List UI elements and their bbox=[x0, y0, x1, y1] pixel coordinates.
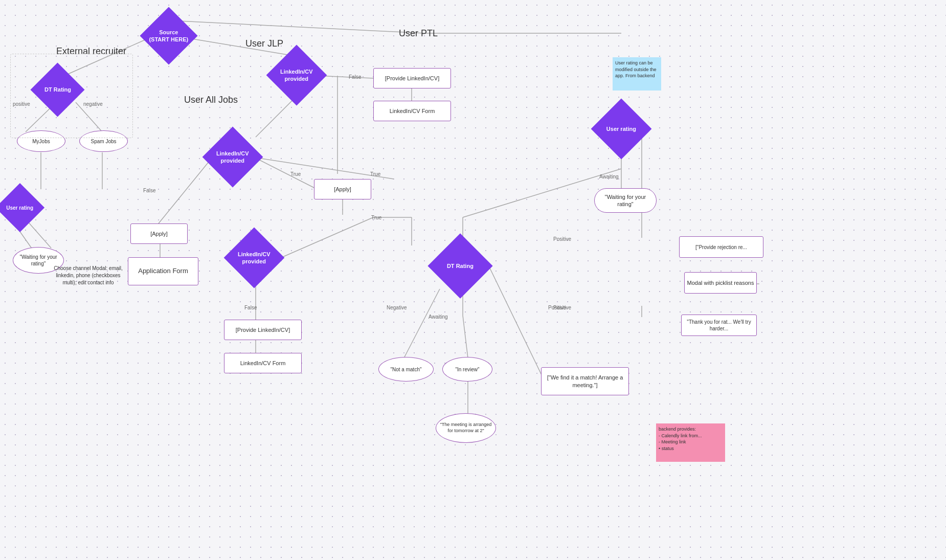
svg-line-16 bbox=[255, 158, 317, 189]
edge-label-negative: negative bbox=[83, 101, 103, 107]
provide-linkedin-bot-box: [Provide LinkedIn/CV] bbox=[224, 320, 302, 340]
edge-label-positive: positive bbox=[13, 101, 30, 107]
dt-rating-mid-diamond[interactable]: DT Rating bbox=[427, 233, 492, 298]
provide-linkedin-top-box: [Provide LinkedIn/CV] bbox=[373, 68, 451, 88]
user-rating-right-diamond[interactable]: User rating bbox=[591, 99, 652, 160]
svg-line-15 bbox=[256, 96, 297, 137]
linkedin-cv-jlp-top-diamond[interactable]: LinkedIn/CVprovided bbox=[266, 45, 327, 106]
edge-label-positive-bot: Positive bbox=[553, 305, 571, 310]
flow-canvas: External recruiter User JLP User PTL Use… bbox=[0, 0, 946, 560]
user-rating-left-diamond[interactable]: User rating bbox=[0, 183, 44, 232]
in-review-ellipse: "In review" bbox=[442, 357, 492, 382]
not-a-match-ellipse: "Not a match" bbox=[378, 357, 434, 382]
dt-rating-mid-label: DT Rating bbox=[437, 262, 483, 270]
application-form-box: Application Form bbox=[128, 257, 198, 285]
thank-you-box: "Thank you for rat... We'll try harder..… bbox=[681, 315, 757, 336]
apply-all-box: [Apply] bbox=[130, 223, 188, 244]
provide-rejection-box: ["Provide rejection re... bbox=[679, 236, 763, 258]
source-diamond[interactable]: Source(START HERE) bbox=[140, 7, 197, 64]
linkedin-form-top-box: LinkedIn/CV Form bbox=[373, 101, 451, 121]
svg-line-32 bbox=[486, 260, 542, 376]
user-rating-right-label: User rating bbox=[598, 125, 644, 132]
edge-label-positive-right: Positive bbox=[553, 236, 571, 242]
note-blue-user-rating: User rating can be modified outside the … bbox=[613, 57, 661, 91]
meeting-tomorrow-ellipse: "The meeting is arranged for tomorrow at… bbox=[436, 413, 496, 443]
my-jobs-ellipse: MyJobs bbox=[17, 130, 65, 152]
arrange-meeting-box: ["We find it a match! Arrange a meeting.… bbox=[541, 367, 629, 395]
choose-channel-label: Choose channel Modal: email, linkedin, p… bbox=[49, 265, 128, 286]
svg-line-23 bbox=[276, 217, 373, 260]
linkedin-form-bot-box: LinkedIn/CV Form bbox=[224, 353, 302, 373]
dt-rating-left-label: DT Rating bbox=[35, 86, 81, 93]
svg-line-30 bbox=[463, 316, 468, 358]
linkedin-cv-jlp-mid-diamond[interactable]: LinkedIn/CVprovided bbox=[202, 127, 263, 188]
linkedin-cv-jlp-mid-label: LinkedIn/CVprovided bbox=[210, 150, 256, 165]
svg-line-3 bbox=[169, 20, 424, 33]
svg-line-10 bbox=[19, 230, 32, 249]
section-user-all-jobs: User All Jobs bbox=[184, 95, 238, 105]
section-user-jlp: User JLP bbox=[245, 38, 283, 49]
waiting-rating-right-box: "Waiting for your rating" bbox=[594, 188, 657, 213]
edge-label-awaiting-mid: Awaiting bbox=[429, 314, 448, 320]
svg-line-29 bbox=[404, 289, 440, 358]
modal-picklist-box: Modal with picklist reasons bbox=[684, 272, 757, 294]
source-label: Source(START HERE) bbox=[146, 29, 192, 43]
apply-jlp-box: [Apply] bbox=[314, 179, 371, 199]
spam-jobs-ellipse: Spam Jobs bbox=[79, 130, 128, 152]
dt-rating-left-diamond[interactable]: DT Rating bbox=[30, 62, 84, 117]
edge-label-false-mid: False bbox=[244, 305, 257, 310]
section-external-recruiter: External recruiter bbox=[56, 46, 126, 57]
linkedin-cv-jlp-bot-diamond[interactable]: LinkedIn/CVprovided bbox=[224, 228, 285, 288]
note-pink-backend: backend provides:- Calendly link from...… bbox=[656, 423, 725, 462]
edge-label-true-mid: True bbox=[290, 171, 301, 177]
edge-label-true-top2: True bbox=[370, 171, 380, 177]
svg-line-1 bbox=[56, 38, 148, 79]
linkedin-cv-jlp-bot-label: LinkedIn/CVprovided bbox=[231, 251, 277, 265]
edge-label-negative2: Negative bbox=[387, 305, 407, 310]
svg-line-19 bbox=[159, 158, 212, 223]
edge-label-awaiting-right: Awaiting bbox=[599, 174, 619, 180]
edge-label-false-all: False bbox=[143, 188, 155, 193]
linkedin-cv-jlp-top-label: LinkedIn/CVprovided bbox=[274, 68, 320, 83]
user-rating-left-label: User rating bbox=[0, 205, 43, 211]
edge-label-false-top: False bbox=[349, 74, 361, 80]
edge-label-true-bot: True bbox=[371, 215, 381, 220]
section-user-ptl: User PTL bbox=[399, 28, 438, 39]
